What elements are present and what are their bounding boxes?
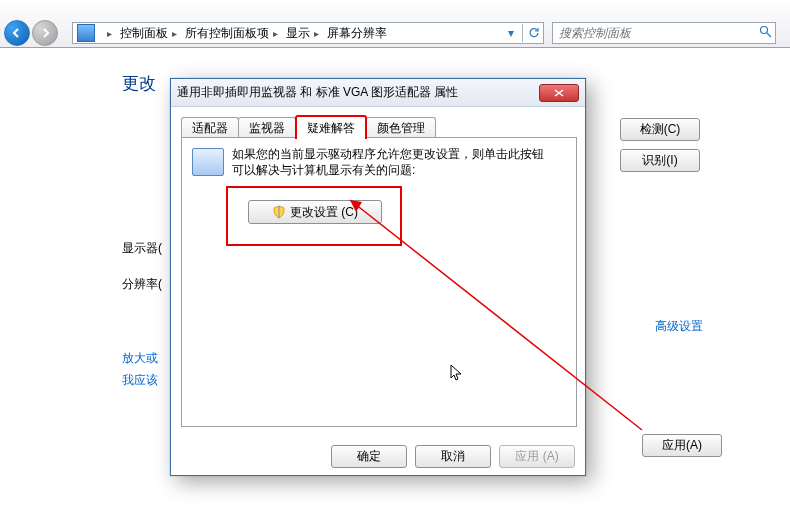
monitor-icon [192,148,224,176]
dialog-title: 通用非即插即用监视器 和 标准 VGA 图形适配器 属性 [177,84,458,101]
address-bar[interactable]: ▸ 控制面板▸ 所有控制面板项▸ 显示▸ 屏幕分辨率 ▾ [72,22,544,44]
breadcrumb-label: 控制面板 [120,25,168,42]
search-icon[interactable] [755,25,775,41]
arrow-left-icon [11,27,23,39]
tab-strip: 适配器 监视器 疑难解答 颜色管理 [181,115,435,139]
breadcrumb-label: 所有控制面板项 [185,25,269,42]
tab-adapter[interactable]: 适配器 [181,117,239,139]
page-title: 更改 [122,72,156,95]
search-input[interactable] [553,26,755,40]
refresh-button[interactable] [525,24,543,42]
tab-monitor[interactable]: 监视器 [238,117,296,139]
breadcrumb[interactable]: 显示▸ [282,23,323,43]
link-enlarge-text[interactable]: 放大或 [122,350,158,367]
breadcrumb-label: 屏幕分辨率 [327,25,387,42]
arrow-right-icon [39,27,51,39]
ok-button[interactable]: 确定 [331,445,407,468]
tab-color-management[interactable]: 颜色管理 [366,117,436,139]
breadcrumb[interactable]: 屏幕分辨率 [323,23,391,43]
explorer-header: ▸ 控制面板▸ 所有控制面板项▸ 显示▸ 屏幕分辨率 ▾ [0,0,790,48]
shield-icon [272,205,286,219]
advanced-settings-link[interactable]: 高级设置 [655,318,703,335]
monitor-label: 显示器( [122,240,162,257]
link-what-settings[interactable]: 我应该 [122,372,158,389]
tip-text-line: 可以解决与计算机显示有关的问题: [232,163,415,177]
dialog-action-row: 确定 取消 应用 (A) [171,437,585,475]
adapter-properties-dialog: 通用非即插即用监视器 和 标准 VGA 图形适配器 属性 适配器 监视器 疑难解… [170,78,586,476]
svg-point-0 [760,27,767,34]
apply-button-outer[interactable]: 应用(A) [642,434,722,457]
close-icon [554,89,564,97]
change-settings-button[interactable]: 更改设置 (C) [248,200,382,224]
svg-line-1 [767,33,771,37]
troubleshoot-tip: 如果您的当前显示驱动程序允许您更改设置，则单击此按钮 可以解决与计算机显示有关的… [232,146,562,178]
tip-text-line: 如果您的当前显示驱动程序允许您更改设置，则单击此按钮 [232,147,544,161]
change-settings-label: 更改设置 (C) [290,204,358,221]
identify-button[interactable]: 识别(I) [620,149,700,172]
tab-troubleshoot[interactable]: 疑难解答 [295,115,367,139]
dialog-titlebar[interactable]: 通用非即插即用监视器 和 标准 VGA 图形适配器 属性 [171,79,585,107]
close-button[interactable] [539,84,579,102]
nav-forward-button[interactable] [32,20,58,46]
show-path-dropdown[interactable]: ▾ [502,24,520,42]
breadcrumb[interactable]: 所有控制面板项▸ [181,23,282,43]
resolution-label: 分辨率( [122,276,162,293]
apply-button[interactable]: 应用 (A) [499,445,575,468]
search-box[interactable] [552,22,776,44]
detect-button[interactable]: 检测(C) [620,118,700,141]
breadcrumb-label: 显示 [286,25,310,42]
refresh-icon [528,27,540,39]
tab-panel-troubleshoot: 如果您的当前显示驱动程序允许您更改设置，则单击此按钮 可以解决与计算机显示有关的… [181,137,577,427]
breadcrumb[interactable]: ▸ [99,23,116,43]
breadcrumb[interactable]: 控制面板▸ [116,23,181,43]
nav-back-button[interactable] [4,20,30,46]
cancel-button[interactable]: 取消 [415,445,491,468]
control-panel-icon [77,24,95,42]
